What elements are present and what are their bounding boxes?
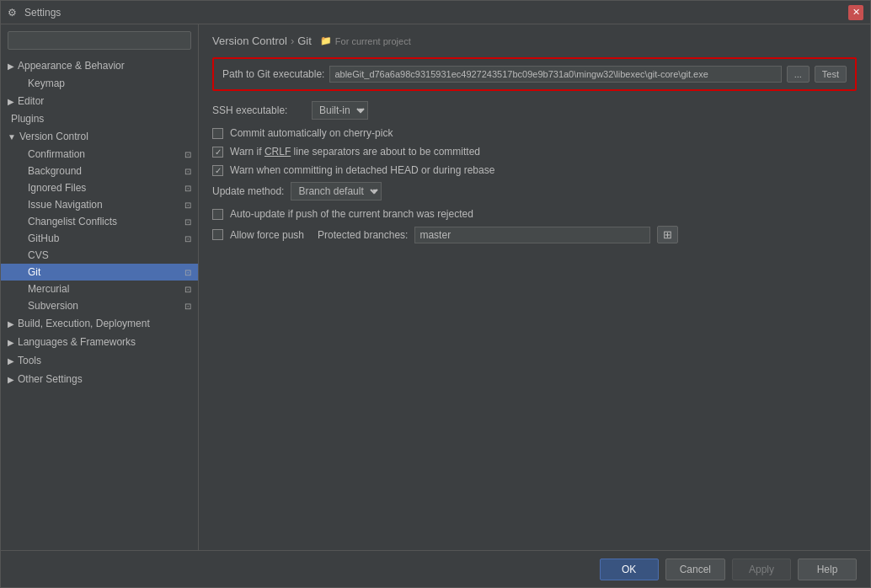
- detached-head-checkbox[interactable]: [212, 165, 223, 176]
- option-detached-head-row: Warn when committing in detached HEAD or…: [212, 163, 857, 177]
- sidebar-item-subversion[interactable]: Subversion ⊡: [1, 297, 198, 314]
- folder-icon: 📁: [320, 35, 332, 46]
- chevron-right-icon: ▶: [8, 61, 14, 71]
- git-path-input[interactable]: [329, 66, 781, 83]
- page-icon-9: ⊡: [184, 302, 191, 311]
- sidebar: ▶ Appearance & Behavior Keymap ▶ Editor …: [1, 24, 199, 550]
- page-icon-5: ⊡: [184, 217, 191, 227]
- crlf-checkbox[interactable]: [212, 147, 223, 158]
- sidebar-item-build-execution[interactable]: ▶ Build, Execution, Deployment: [1, 314, 198, 333]
- sidebar-item-mercurial[interactable]: Mercurial ⊡: [1, 281, 198, 297]
- sidebar-item-changelist-conflicts[interactable]: Changelist Conflicts ⊡: [1, 213, 198, 230]
- sidebar-item-cvs[interactable]: CVS: [1, 247, 198, 264]
- page-icon-7: ⊡: [184, 268, 191, 277]
- force-push-label: Allow force push: [230, 229, 304, 241]
- cancel-button[interactable]: Cancel: [665, 559, 725, 580]
- auto-update-label: Auto-update if push of the current branc…: [230, 208, 473, 220]
- option-auto-update-row: Auto-update if push of the current branc…: [212, 207, 857, 221]
- sidebar-item-other-settings[interactable]: ▶ Other Settings: [1, 370, 198, 388]
- apply-button[interactable]: Apply: [732, 559, 791, 580]
- help-button[interactable]: Help: [798, 559, 857, 580]
- update-method-row: Update method: Branch default Merge Reba…: [212, 182, 857, 200]
- window-title: Settings: [24, 7, 848, 19]
- sidebar-item-version-control[interactable]: ▼ Version Control: [1, 127, 198, 146]
- option-cherry-pick-row: Commit automatically on cherry-pick: [212, 126, 857, 140]
- sidebar-item-plugins[interactable]: Plugins: [1, 110, 198, 127]
- close-button[interactable]: ✕: [848, 5, 863, 20]
- update-method-select-wrapper: Branch default Merge Rebase: [291, 182, 382, 200]
- breadcrumb-suffix: For current project: [335, 36, 411, 46]
- auto-update-checkbox[interactable]: [212, 209, 223, 220]
- ssh-select[interactable]: Built-in Native: [312, 101, 368, 120]
- settings-window: ⚙ Settings ✕ ▶ Appearance & Behavior Key…: [0, 0, 871, 588]
- search-input[interactable]: [8, 31, 191, 50]
- page-icon-4: ⊡: [184, 200, 191, 210]
- chevron-down-icon: ▼: [8, 132, 16, 142]
- git-path-browse-button[interactable]: ...: [787, 66, 810, 83]
- crlf-label: Warn if CRLF line separators are about t…: [230, 146, 480, 158]
- force-push-checkbox[interactable]: [212, 229, 223, 240]
- footer: OK Cancel Apply Help: [1, 550, 870, 587]
- page-icon-3: ⊡: [184, 184, 191, 193]
- sidebar-item-confirmation[interactable]: Confirmation ⊡: [1, 146, 198, 163]
- protected-branches-label: Protected branches:: [318, 229, 408, 241]
- git-path-row: Path to Git executable: ... Test: [222, 66, 847, 83]
- main-content: ▶ Appearance & Behavior Keymap ▶ Editor …: [1, 24, 870, 550]
- update-method-label: Update method:: [212, 185, 284, 197]
- chevron-right-icon-5: ▶: [8, 356, 14, 366]
- chevron-right-icon-4: ▶: [8, 338, 14, 347]
- chevron-right-icon-3: ▶: [8, 319, 14, 329]
- page-icon-8: ⊡: [184, 285, 191, 294]
- protected-branches-button[interactable]: ⊞: [657, 226, 678, 243]
- sidebar-item-issue-navigation[interactable]: Issue Navigation ⊡: [1, 196, 198, 213]
- sidebar-item-keymap[interactable]: Keymap: [1, 75, 198, 92]
- git-test-button[interactable]: Test: [815, 66, 847, 83]
- sidebar-item-git[interactable]: Git ⊡: [1, 264, 198, 281]
- protected-branches-input[interactable]: [414, 227, 650, 243]
- page-icon-6: ⊡: [184, 234, 191, 243]
- sidebar-item-background[interactable]: Background ⊡: [1, 163, 198, 179]
- breadcrumb: Version Control › Git 📁 For current proj…: [212, 35, 857, 47]
- sidebar-item-editor[interactable]: ▶ Editor: [1, 92, 198, 110]
- ssh-row: SSH executable: Built-in Native: [212, 101, 857, 120]
- cherry-pick-checkbox[interactable]: [212, 128, 223, 139]
- ssh-label: SSH executable:: [212, 104, 305, 116]
- breadcrumb-git: Git: [297, 35, 312, 47]
- ok-button[interactable]: OK: [600, 559, 659, 580]
- settings-icon: ⚙: [8, 7, 19, 19]
- option-crlf-row: Warn if CRLF line separators are about t…: [212, 145, 857, 158]
- sidebar-item-appearance[interactable]: ▶ Appearance & Behavior: [1, 56, 198, 75]
- sidebar-item-languages[interactable]: ▶ Languages & Frameworks: [1, 333, 198, 351]
- sidebar-item-ignored-files[interactable]: Ignored Files ⊡: [1, 179, 198, 196]
- page-icon-2: ⊡: [184, 167, 191, 176]
- git-path-section: Path to Git executable: ... Test: [212, 57, 857, 91]
- detached-head-label: Warn when committing in detached HEAD or…: [230, 164, 494, 176]
- page-icon: ⊡: [184, 150, 191, 159]
- title-bar: ⚙ Settings ✕: [1, 1, 870, 24]
- ssh-select-wrapper: Built-in Native: [312, 101, 368, 120]
- sidebar-item-github[interactable]: GitHub ⊡: [1, 230, 198, 247]
- sidebar-item-tools[interactable]: ▶ Tools: [1, 351, 198, 370]
- chevron-right-icon-6: ▶: [8, 375, 14, 384]
- cherry-pick-label: Commit automatically on cherry-pick: [230, 127, 393, 139]
- force-push-row: Allow force push Protected branches: ⊞: [212, 226, 857, 243]
- git-path-label: Path to Git executable:: [222, 68, 324, 80]
- breadcrumb-version-control: Version Control: [212, 35, 287, 47]
- content-area: Version Control › Git 📁 For current proj…: [199, 24, 870, 550]
- update-method-select[interactable]: Branch default Merge Rebase: [291, 182, 382, 200]
- breadcrumb-separator: ›: [291, 35, 294, 47]
- chevron-right-icon-2: ▶: [8, 97, 14, 106]
